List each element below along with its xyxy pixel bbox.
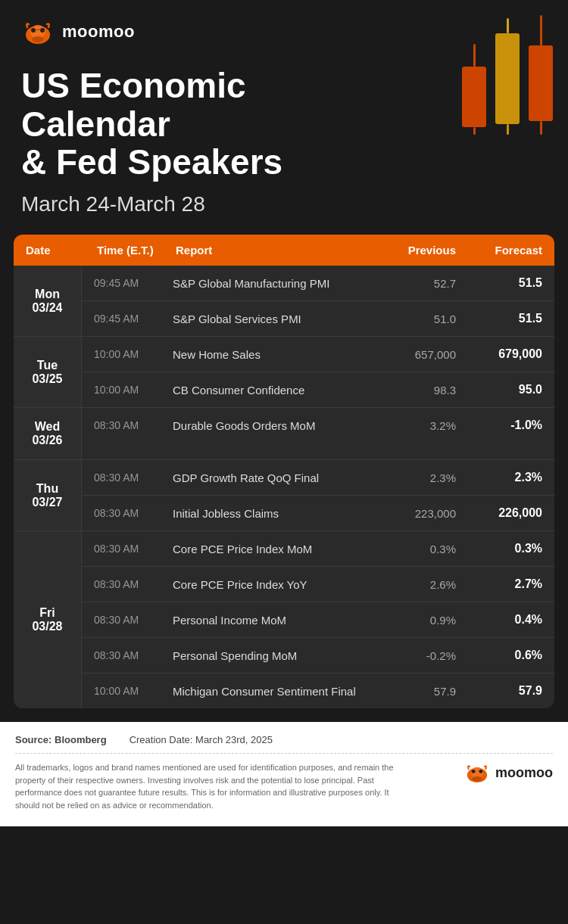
event-time: 08:30 AM	[94, 419, 170, 431]
event-previous: 57.9	[373, 685, 456, 698]
svg-point-9	[472, 776, 482, 782]
table-row: 08:30 AM Core PCE Price Index MoM 0.3% 0…	[82, 531, 554, 567]
day-section: Fri 03/28 08:30 AM Core PCE Price Index …	[14, 531, 554, 708]
event-previous: 223,000	[373, 507, 456, 520]
col-previous: Previous	[373, 244, 456, 257]
candles-decoration	[462, 15, 553, 135]
event-report: CB Consumer Confidence	[173, 384, 370, 397]
day-section: Tue 03/25 10:00 AM New Home Sales 657,00…	[14, 337, 554, 408]
event-forecast: 0.6%	[459, 649, 542, 662]
day-section: Thu 03/27 08:30 AM GDP Growth Rate QoQ F…	[14, 460, 554, 531]
event-report: Durable Goods Orders MoM	[173, 419, 370, 432]
table-row: 08:30 AM Initial Jobless Claims 223,000 …	[82, 496, 554, 530]
event-forecast: 226,000	[459, 506, 542, 520]
event-report: Personal Income MoM	[173, 614, 370, 627]
day-events: 08:30 AM Core PCE Price Index MoM 0.3% 0…	[82, 531, 554, 708]
event-report: Personal Spending MoM	[173, 649, 370, 662]
day-label: Fri 03/28	[14, 531, 82, 708]
table-row: 10:00 AM New Home Sales 657,000 679,000	[82, 337, 554, 372]
day-name: Fri	[39, 606, 55, 620]
candle-1	[462, 44, 486, 135]
day-name: Thu	[36, 482, 58, 496]
event-time: 08:30 AM	[94, 471, 170, 484]
col-date: Date	[26, 244, 94, 257]
day-label: Tue 03/25	[14, 337, 82, 407]
event-forecast: 2.7%	[459, 577, 542, 591]
footer-brand-name: moomoo	[495, 765, 553, 781]
event-time: 09:45 AM	[94, 313, 170, 325]
table-row: 08:30 AM Personal Income MoM 0.9% 0.4%	[82, 602, 554, 638]
event-previous: 3.2%	[373, 419, 456, 432]
event-report: New Home Sales	[173, 348, 370, 361]
event-report: S&P Global Services PMI	[173, 313, 370, 325]
footer-section: Source: Bloomberg Creation Date: March 2…	[0, 722, 568, 826]
day-date: 03/26	[32, 434, 62, 447]
day-date: 03/24	[32, 301, 62, 315]
day-label: Mon 03/24	[14, 266, 82, 336]
candle-3	[529, 15, 553, 135]
footer-bull-icon	[463, 761, 491, 784]
event-time: 08:30 AM	[94, 614, 170, 626]
table-row: 09:45 AM S&P Global Manufacturing PMI 52…	[82, 266, 554, 301]
event-time: 08:30 AM	[94, 507, 170, 519]
event-previous: -0.2%	[373, 649, 456, 662]
event-report: Core PCE Price Index MoM	[173, 543, 370, 555]
brand-name: moomoo	[62, 22, 135, 42]
day-label: Thu 03/27	[14, 460, 82, 530]
event-previous: 52.7	[373, 277, 456, 290]
event-report: Core PCE Price Index YoY	[173, 578, 370, 591]
event-previous: 98.3	[373, 384, 456, 397]
day-date: 03/27	[32, 496, 62, 509]
event-report: Michigan Consumer Sentiment Final	[173, 685, 370, 698]
footer-top: Source: Bloomberg Creation Date: March 2…	[15, 734, 553, 754]
table-body: Mon 03/24 09:45 AM S&P Global Manufactur…	[14, 266, 554, 708]
day-label: Wed 03/26	[14, 408, 82, 459]
event-forecast: 679,000	[459, 347, 542, 361]
event-forecast: 57.9	[459, 684, 542, 698]
svg-point-8	[479, 770, 482, 773]
svg-point-4	[32, 36, 44, 42]
event-previous: 657,000	[373, 348, 456, 361]
candle-2	[495, 18, 520, 135]
day-name: Mon	[35, 288, 60, 301]
event-time: 08:30 AM	[94, 578, 170, 590]
col-forecast: Forecast	[459, 244, 542, 257]
table-wrapper: Date Time (E.T.) Report Previous Forecas…	[0, 235, 568, 722]
creation-date: Creation Date: March 23rd, 2025	[130, 734, 273, 745]
event-time: 08:30 AM	[94, 649, 170, 661]
event-time: 10:00 AM	[94, 685, 170, 697]
day-name: Tue	[37, 359, 58, 372]
event-forecast: -1.0%	[459, 418, 542, 432]
moomoo-bull-icon	[21, 18, 55, 45]
event-previous: 2.6%	[373, 578, 456, 591]
page-title: US Economic Calendar & Fed Speakers	[21, 67, 385, 182]
table-row: 09:45 AM S&P Global Services PMI 51.0 51…	[82, 301, 554, 336]
event-time: 09:45 AM	[94, 277, 170, 289]
event-time: 08:30 AM	[94, 543, 170, 555]
table-row: 10:00 AM Michigan Consumer Sentiment Fin…	[82, 674, 554, 708]
table-row: 08:30 AM Core PCE Price Index YoY 2.6% 2…	[82, 567, 554, 602]
event-forecast: 51.5	[459, 276, 542, 290]
event-previous: 51.0	[373, 313, 456, 325]
event-forecast: 2.3%	[459, 471, 542, 484]
event-forecast: 0.4%	[459, 613, 542, 627]
day-events: 09:45 AM S&P Global Manufacturing PMI 52…	[82, 266, 554, 336]
table-row: 08:30 AM GDP Growth Rate QoQ Final 2.3% …	[82, 460, 554, 496]
day-events: 10:00 AM New Home Sales 657,000 679,000 …	[82, 337, 554, 407]
day-name: Wed	[35, 420, 60, 434]
event-time: 10:00 AM	[94, 384, 170, 396]
event-previous: 0.3%	[373, 543, 456, 555]
table-container: Date Time (E.T.) Report Previous Forecas…	[14, 235, 554, 708]
event-previous: 2.3%	[373, 471, 456, 484]
source-label: Source: Bloomberg	[15, 734, 107, 745]
col-time: Time (E.T.)	[97, 244, 173, 257]
date-range: March 24-March 28	[21, 192, 547, 216]
day-events: 08:30 AM GDP Growth Rate QoQ Final 2.3% …	[82, 460, 554, 530]
disclaimer-text: All trademarks, logos and brand names me…	[15, 761, 409, 811]
header-section: moomoo US Economic Calendar & Fed Speake…	[0, 0, 568, 235]
event-forecast: 95.0	[459, 383, 542, 397]
event-forecast: 0.3%	[459, 542, 542, 555]
day-section: Mon 03/24 09:45 AM S&P Global Manufactur…	[14, 266, 554, 337]
footer-logo: moomoo	[463, 761, 553, 784]
table-row: 08:30 AM Personal Spending MoM -0.2% 0.6…	[82, 638, 554, 674]
